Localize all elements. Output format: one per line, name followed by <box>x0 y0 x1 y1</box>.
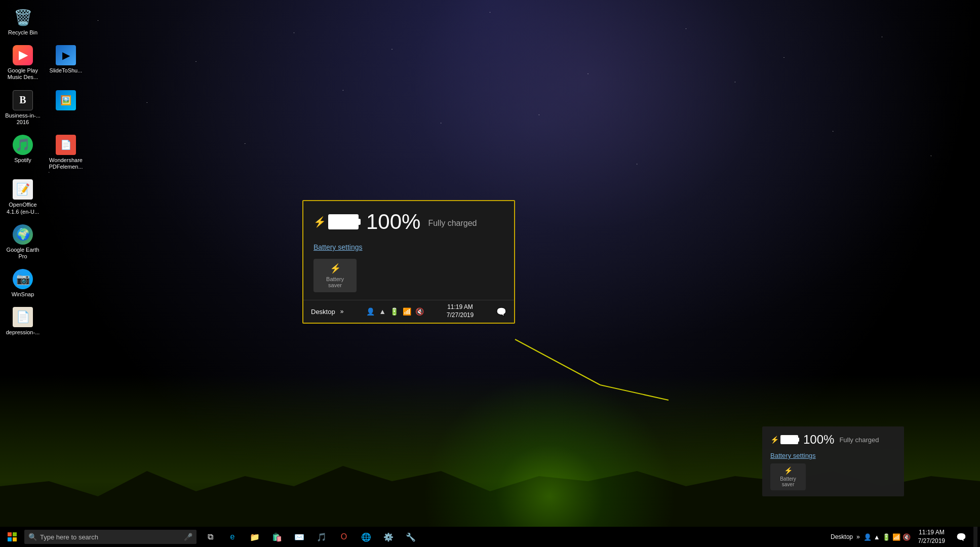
battery-body <box>328 214 359 229</box>
file-explorer-button[interactable]: 📁 <box>244 527 266 547</box>
music-tb-button[interactable]: 🎵 <box>310 527 333 547</box>
taskbar-date: 7/27/2019 <box>918 537 945 545</box>
show-desktop-button[interactable] <box>973 527 977 547</box>
mail-button[interactable]: ✉️ <box>288 527 310 547</box>
apps-button[interactable]: 🔧 <box>400 527 422 547</box>
taskbar-middle: ⧉ e 📁 🛍️ ✉️ 🎵 O 🌐 ⚙️ 🔧 <box>199 527 422 547</box>
battery-status-text: Fully charged <box>428 219 477 228</box>
battery-percent-area: 100% <box>366 211 420 232</box>
task-view-icon: ⧉ <box>208 532 213 541</box>
battery-popup: ⚡ 100% Fully charged Battery settings ⚡ … <box>302 200 515 324</box>
battery-mini-saver-button[interactable]: ⚡ Battery saver <box>770 463 806 490</box>
desktop-icons: 🗑️ Recycle Bin ▶ Google PlayMusic Des...… <box>3 5 86 338</box>
popup-tb-chevron-icon: » <box>340 308 344 315</box>
svg-rect-5 <box>13 537 17 541</box>
popup-tb-person-icon: 👤 <box>366 307 375 316</box>
mic-icon: 🎤 <box>184 533 192 541</box>
svg-line-0 <box>515 339 600 385</box>
opera-button[interactable]: O <box>333 527 355 547</box>
edge-icon: e <box>230 532 235 541</box>
taskbar-sys-icons[interactable]: 👤 ▲ 🔋 📶 🔇 <box>861 533 913 541</box>
winsnap-img: 📷 <box>13 269 33 289</box>
svg-rect-4 <box>8 537 12 541</box>
start-button[interactable] <box>0 527 24 547</box>
battery-fill <box>329 215 358 228</box>
battery-saver-button[interactable]: ⚡ Battery saver <box>313 259 357 292</box>
taskbar: 🔍 Type here to search 🎤 ⧉ e 📁 🛍️ ✉️ 🎵 O … <box>0 527 980 547</box>
tb-chevron-icon: » <box>856 533 860 540</box>
icon-row-1: ▶ Google PlayMusic Des... ▶ SlideToShu..… <box>3 43 86 83</box>
battery-plug-icon: ⚡ <box>313 216 326 228</box>
popup-tb-sound-icon: 🔇 <box>415 307 424 316</box>
popup-tb-icons: 👤 ▲ 🔋 📶 🔇 <box>366 307 424 316</box>
popup-taskbar: Desktop » 👤 ▲ 🔋 📶 🔇 11:19 AM 7/27/2019 🗨… <box>303 300 514 323</box>
battery-saver-label: Battery saver <box>320 276 350 288</box>
openoffice-img: 📝 <box>13 179 33 200</box>
popup-tb-date-val: 7/27/2019 <box>447 311 474 320</box>
popup-tb-time: 11:19 AM 7/27/2019 <box>447 303 474 319</box>
battery-mini: ⚡ 100% Fully charged Battery settings ⚡ … <box>762 426 904 496</box>
search-icon: 🔍 <box>28 533 37 541</box>
google-play-music-label: Google PlayMusic Des... <box>8 67 38 81</box>
battery-mini-icon: ⚡ <box>770 435 798 444</box>
battery-mini-fill <box>781 436 797 443</box>
slidetoshow-icon[interactable]: ▶ SlideToShu... <box>46 43 86 83</box>
spotify-img: 🎵 <box>13 135 33 155</box>
store-button[interactable]: 🛍️ <box>266 527 288 547</box>
taskbar-time: 11:19 AM <box>919 528 945 537</box>
winsnap-label: WinSnap <box>12 291 34 298</box>
tb-wifi-sys-icon: 📶 <box>892 533 900 541</box>
taskbar-clock[interactable]: 11:19 AM 7/27/2019 <box>914 527 949 547</box>
battery-mini-saver-icon: ⚡ <box>784 466 793 475</box>
settings-icon: ⚙️ <box>383 532 394 542</box>
popup-tb-left: Desktop » <box>311 308 343 316</box>
task-view-button[interactable]: ⧉ <box>199 527 221 547</box>
battery-mini-settings-link[interactable]: Battery settings <box>770 452 896 459</box>
search-bar[interactable]: 🔍 Type here to search 🎤 <box>24 530 197 544</box>
battery-mini-status: Fully charged <box>839 436 879 444</box>
depression-label: depression-... <box>6 329 40 336</box>
edge-button[interactable]: e <box>221 527 244 547</box>
wondershare-icon[interactable]: 📄 WondersharePDFelemen... <box>46 133 86 172</box>
spotify-icon[interactable]: 🎵 Spotify <box>3 133 43 172</box>
notification-button[interactable]: 🗨️ <box>950 527 972 547</box>
battery-percent-text: 100% <box>366 211 420 232</box>
battery-saver-icon: ⚡ <box>330 263 341 274</box>
svg-rect-3 <box>13 532 17 536</box>
openoffice-icon[interactable]: 📝 OpenOffice4.1.6 (en-U... <box>3 177 43 217</box>
recycle-bin-label: Recycle Bin <box>8 29 37 36</box>
file-explorer-icon: 📁 <box>250 532 260 542</box>
battery-mini-body <box>780 435 798 444</box>
popup-tb-time-val: 11:19 AM <box>447 303 474 311</box>
blue-app-icon[interactable]: 🖼️ <box>46 88 86 128</box>
popup-tb-notif-icon: 🗨️ <box>496 307 506 317</box>
battery-mini-plug-icon: ⚡ <box>770 436 779 444</box>
business-label: Business-in-...2016 <box>5 112 41 126</box>
recycle-bin-icon[interactable]: 🗑️ Recycle Bin <box>3 5 43 38</box>
google-play-music-img: ▶ <box>13 45 33 65</box>
winsnap-icon[interactable]: 📷 WinSnap <box>3 267 43 300</box>
google-play-music-icon[interactable]: ▶ Google PlayMusic Des... <box>3 43 43 83</box>
battery-mini-header: ⚡ 100% Fully charged <box>770 433 896 447</box>
depression-img: 📄 <box>13 307 33 327</box>
tb-volume-sys-icon: 🔇 <box>903 533 911 541</box>
battery-saver-container: ⚡ Battery saver <box>313 259 504 292</box>
depression-icon[interactable]: 📄 depression-... <box>3 305 43 338</box>
icon-row-2: B Business-in-...2016 🖼️ <box>3 88 86 128</box>
apps-icon: 🔧 <box>406 532 416 542</box>
chrome-button[interactable]: 🌐 <box>355 527 377 547</box>
tent-area <box>423 375 676 527</box>
popup-tb-battery-icon: 🔋 <box>390 307 399 316</box>
search-placeholder: Type here to search <box>40 533 98 541</box>
slidetoshow-label: SlideToShu... <box>50 67 83 74</box>
settings-button[interactable]: ⚙️ <box>377 527 400 547</box>
google-earth-pro-icon[interactable]: 🌍 Google EarthPro <box>3 222 43 262</box>
tb-arrow-up-icon: ▲ <box>874 533 880 541</box>
popup-tb-wifi-icon: 📶 <box>403 307 411 316</box>
business-icon[interactable]: B Business-in-...2016 <box>3 88 43 128</box>
spotify-label: Spotify <box>14 157 31 164</box>
battery-mini-percent: 100% <box>803 433 834 447</box>
battery-settings-link[interactable]: Battery settings <box>313 243 363 251</box>
battery-icon-large: ⚡ <box>313 214 359 229</box>
store-icon: 🛍️ <box>272 532 282 542</box>
